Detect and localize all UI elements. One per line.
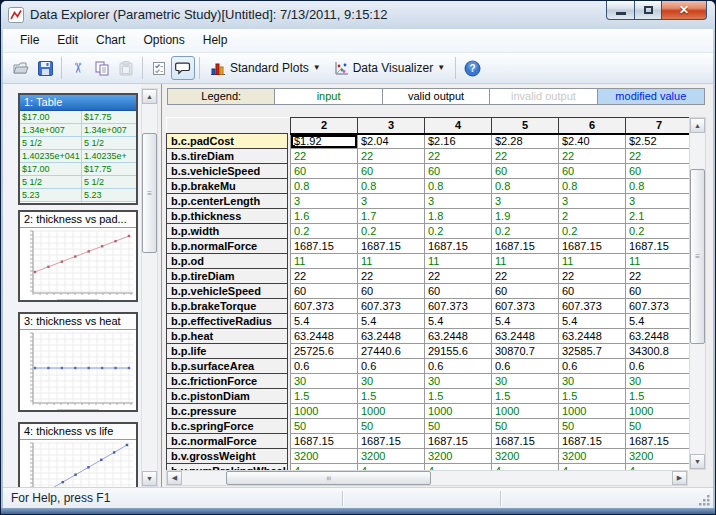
grid-cell[interactable]: 11: [492, 254, 559, 269]
grid-cell[interactable]: 22: [291, 149, 358, 164]
grid-cell[interactable]: 0.6: [358, 359, 425, 374]
grid-cell[interactable]: 3200: [492, 449, 559, 464]
grid-cell[interactable]: 30: [291, 374, 358, 389]
column-header[interactable]: 4: [425, 118, 492, 134]
scroll-right-button[interactable]: ▶: [672, 471, 687, 485]
grid-cell[interactable]: 11: [559, 254, 626, 269]
row-label[interactable]: b.s.vehicleSpeed: [167, 164, 288, 179]
grid-cell[interactable]: 1000: [626, 404, 690, 419]
grid-cell[interactable]: 60: [559, 164, 626, 179]
scroll-down-button[interactable]: ▼: [142, 471, 157, 486]
help-button[interactable]: ?: [460, 56, 484, 80]
grid-cell[interactable]: 5.4: [626, 314, 690, 329]
grid-cell[interactable]: 50: [626, 419, 690, 434]
grid-cell[interactable]: 60: [291, 164, 358, 179]
row-label[interactable]: b.c.pistonDiam: [167, 389, 288, 404]
grid-cell[interactable]: 1687.15: [358, 434, 425, 449]
grid-cell[interactable]: 1.5: [626, 389, 690, 404]
grid-cell[interactable]: 3: [492, 194, 559, 209]
grid-cell[interactable]: 3: [291, 194, 358, 209]
grid-cell[interactable]: 1.5: [291, 389, 358, 404]
row-label[interactable]: b.v.grossWeight: [167, 449, 288, 464]
scroll-left-button[interactable]: ◀: [167, 471, 182, 485]
column-header[interactable]: 2: [291, 118, 358, 134]
thumbnail-2[interactable]: 2: thickness vs pad...: [18, 210, 138, 302]
grid-cell[interactable]: 60: [492, 164, 559, 179]
grid-cell[interactable]: 0.8: [559, 179, 626, 194]
resize-grip-icon[interactable]: [698, 494, 711, 507]
grid-cell[interactable]: $2.52: [626, 134, 690, 149]
thumbnail-3[interactable]: 3: thickness vs heat: [18, 312, 138, 412]
grid-cell[interactable]: 607.373: [425, 299, 492, 314]
grid-cell[interactable]: 5.4: [492, 314, 559, 329]
grid-cell[interactable]: 3: [358, 194, 425, 209]
paste-button[interactable]: [114, 56, 138, 80]
grid-cell[interactable]: 1687.15: [559, 434, 626, 449]
grid-cell[interactable]: 0.8: [626, 179, 690, 194]
grid-cell[interactable]: 607.373: [559, 299, 626, 314]
grid-cell[interactable]: 63.2448: [626, 329, 690, 344]
grid-cell[interactable]: 1687.15: [358, 239, 425, 254]
column-header[interactable]: 7: [626, 118, 690, 134]
thumbnail-4[interactable]: 4: thickness vs life: [18, 422, 138, 487]
grid-cell[interactable]: 3200: [425, 449, 492, 464]
grid-cell[interactable]: 1.8: [425, 209, 492, 224]
row-label[interactable]: b.p.normalForce: [167, 239, 288, 254]
grid-cell[interactable]: 5.4: [291, 314, 358, 329]
menu-item-options[interactable]: Options: [134, 29, 193, 51]
grid-cell[interactable]: 1687.15: [626, 434, 690, 449]
grid-cell[interactable]: 3200: [291, 449, 358, 464]
grid-cell[interactable]: 0.6: [626, 359, 690, 374]
row-label[interactable]: b.p.width: [167, 224, 288, 239]
grid-cell[interactable]: 63.2448: [291, 329, 358, 344]
standard-plots-button[interactable]: Standard Plots ▼: [204, 58, 327, 79]
close-button[interactable]: ✕: [662, 1, 707, 20]
grid-cell[interactable]: 11: [626, 254, 690, 269]
grid-cell[interactable]: 30870.7: [492, 344, 559, 359]
grid-cell[interactable]: 1687.15: [425, 239, 492, 254]
grid-cell[interactable]: 50: [492, 419, 559, 434]
grid-cell[interactable]: 11: [358, 254, 425, 269]
grid-cell[interactable]: 1.5: [492, 389, 559, 404]
grid-cell[interactable]: 22: [626, 149, 690, 164]
grid-cell[interactable]: 60: [626, 284, 690, 299]
grid-cell[interactable]: 1687.15: [492, 239, 559, 254]
row-label[interactable]: b.c.padCost: [167, 134, 288, 149]
grid-cell[interactable]: 1.9: [492, 209, 559, 224]
menu-item-chart[interactable]: Chart: [87, 29, 134, 51]
row-label[interactable]: b.p.heat: [167, 329, 288, 344]
minimize-button[interactable]: [606, 1, 635, 20]
grid-cell[interactable]: 22: [626, 269, 690, 284]
grid-cell[interactable]: 607.373: [492, 299, 559, 314]
grid-cell[interactable]: 1000: [492, 404, 559, 419]
grid-cell[interactable]: 60: [492, 284, 559, 299]
grid-cell[interactable]: 5.4: [358, 314, 425, 329]
comment-button[interactable]: [171, 56, 195, 80]
grid-cell[interactable]: 0.8: [291, 179, 358, 194]
grid-cell[interactable]: 0.6: [291, 359, 358, 374]
row-label[interactable]: b.p.od: [167, 254, 288, 269]
cut-button[interactable]: ✂: [66, 56, 90, 80]
column-header[interactable]: 3: [358, 118, 425, 134]
grid-cell[interactable]: 60: [425, 164, 492, 179]
grid-cell[interactable]: 5.4: [425, 314, 492, 329]
grid-cell[interactable]: 607.373: [358, 299, 425, 314]
row-label[interactable]: b.p.surfaceArea: [167, 359, 288, 374]
grid-cell[interactable]: 0.8: [425, 179, 492, 194]
grid-cell[interactable]: 22: [358, 149, 425, 164]
grid-cell[interactable]: 30: [626, 374, 690, 389]
grid-cell[interactable]: 1687.15: [425, 434, 492, 449]
menu-item-edit[interactable]: Edit: [48, 29, 87, 51]
grid-cell[interactable]: 3: [559, 194, 626, 209]
grid-cell[interactable]: 27440.6: [358, 344, 425, 359]
grid-cell[interactable]: $2.28: [492, 134, 559, 149]
grid-cell[interactable]: 63.2448: [492, 329, 559, 344]
checklist-button[interactable]: [147, 56, 171, 80]
menu-item-file[interactable]: File: [11, 29, 48, 51]
row-label[interactable]: b.p.tireDiam: [167, 269, 288, 284]
grid-cell[interactable]: 0.2: [626, 224, 690, 239]
grid-cell[interactable]: 22: [291, 269, 358, 284]
scroll-up-button[interactable]: ▲: [142, 89, 157, 104]
grid-cell[interactable]: 29155.6: [425, 344, 492, 359]
grid-cell[interactable]: 2: [559, 209, 626, 224]
